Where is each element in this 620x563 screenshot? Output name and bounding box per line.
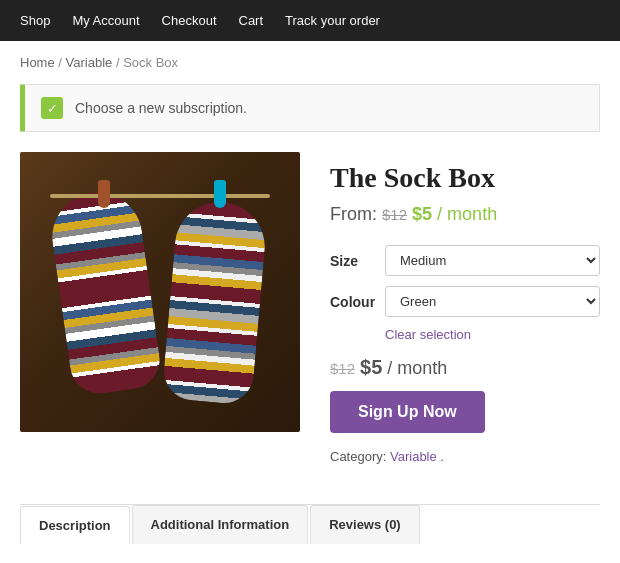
nav-track-order[interactable]: Track your order — [285, 13, 380, 28]
sock-right — [161, 198, 268, 405]
notification-message: Choose a new subscription. — [75, 100, 247, 116]
size-variation-row: Size Medium Small Large — [330, 245, 600, 276]
category-label: Category: — [330, 449, 386, 464]
nav-checkout[interactable]: Checkout — [162, 13, 217, 28]
rope — [50, 194, 270, 198]
breadcrumb-current: Sock Box — [123, 55, 178, 70]
clear-selection-link[interactable]: Clear selection — [385, 327, 600, 342]
product-image — [20, 152, 300, 432]
category-info: Category: Variable . — [330, 449, 600, 464]
current-price: $5 — [412, 204, 432, 224]
nav-cart[interactable]: Cart — [239, 13, 264, 28]
sock-visual — [50, 172, 270, 412]
tab-reviews[interactable]: Reviews (0) — [310, 505, 420, 544]
price-original-2: $12 — [330, 360, 355, 377]
category-link[interactable]: Variable — [390, 449, 437, 464]
tab-additional-info[interactable]: Additional Information — [132, 505, 309, 544]
price-from-label: From: — [330, 204, 377, 224]
breadcrumb: Home / Variable / Sock Box — [0, 41, 620, 84]
breadcrumb-variable[interactable]: Variable — [66, 55, 113, 70]
product-price-header: From: $12 $5 / month — [330, 204, 600, 225]
nav-my-account[interactable]: My Account — [72, 13, 139, 28]
size-select[interactable]: Medium Small Large — [385, 245, 600, 276]
product-title: The Sock Box — [330, 162, 600, 194]
product-section: The Sock Box From: $12 $5 / month Size M… — [0, 152, 620, 484]
nav-shop[interactable]: Shop — [20, 13, 50, 28]
product-image-inner — [20, 152, 300, 432]
clothespin-right — [214, 180, 226, 208]
price-period-2: / month — [387, 358, 447, 378]
size-label: Size — [330, 253, 385, 269]
check-icon: ✓ — [41, 97, 63, 119]
original-price: $12 — [382, 206, 407, 223]
main-nav: Shop My Account Checkout Cart Track your… — [0, 0, 620, 41]
breadcrumb-home[interactable]: Home — [20, 55, 55, 70]
product-info: The Sock Box From: $12 $5 / month Size M… — [330, 152, 600, 464]
sock-left — [47, 187, 164, 398]
price-final: $12 $5 / month — [330, 356, 600, 379]
signup-button[interactable]: Sign Up Now — [330, 391, 485, 433]
product-tabs: Description Additional Information Revie… — [20, 504, 600, 544]
colour-variation-row: Colour Green Red Blue — [330, 286, 600, 317]
colour-select[interactable]: Green Red Blue — [385, 286, 600, 317]
price-period: / month — [437, 204, 497, 224]
colour-label: Colour — [330, 294, 385, 310]
clothespin-left — [98, 180, 110, 208]
price-current-2: $5 — [360, 356, 382, 378]
notification-bar: ✓ Choose a new subscription. — [20, 84, 600, 132]
tab-description[interactable]: Description — [20, 506, 130, 544]
